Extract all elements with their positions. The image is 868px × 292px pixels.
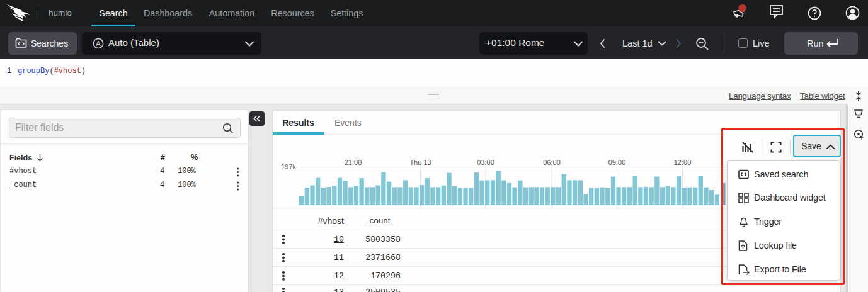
svg-text:12:00: 12:00: [674, 159, 692, 166]
svg-text:21:00: 21:00: [345, 159, 362, 166]
svg-text:03:00: 03:00: [477, 159, 494, 166]
svg-text:06:00: 06:00: [543, 159, 561, 166]
svg-text:197k: 197k: [281, 163, 296, 171]
svg-text:Thu 13: Thu 13: [409, 159, 431, 166]
svg-text:09:00: 09:00: [608, 159, 626, 166]
svg-text:A: A: [96, 40, 101, 47]
